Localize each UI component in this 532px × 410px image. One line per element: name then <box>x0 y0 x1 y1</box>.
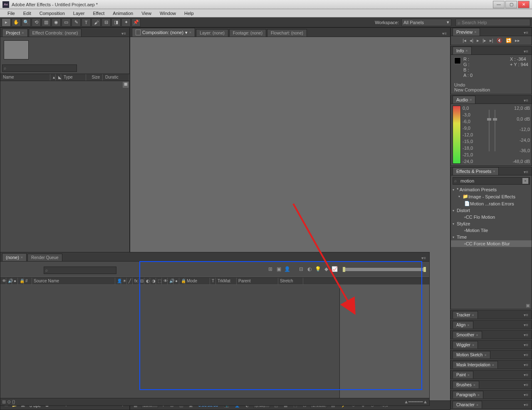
col-source-name[interactable]: Source Name <box>32 278 115 284</box>
tree-animation-presets[interactable]: ▾* Animation Presets <box>451 186 532 193</box>
panel-menu-icon[interactable]: ▾≡ <box>522 382 530 388</box>
loop-icon[interactable]: 🔁 <box>506 38 512 43</box>
pen-tool[interactable]: ✎ <box>72 18 81 27</box>
panel-menu-icon[interactable]: ▾≡ <box>120 30 128 37</box>
close-icon[interactable]: × <box>474 30 476 34</box>
close-icon[interactable]: × <box>22 31 24 35</box>
tag-icon[interactable]: ◣ <box>56 74 61 81</box>
menu-window[interactable]: Window <box>156 10 180 17</box>
col-solo-icon[interactable]: ● <box>12 278 18 284</box>
prev-frame-icon[interactable]: ◂| <box>470 38 473 43</box>
first-frame-icon[interactable]: |◂ <box>463 38 466 43</box>
panel-menu-icon[interactable]: ▾≡ <box>522 372 530 378</box>
tree-motion-registration-errors[interactable]: 📄 Motion ...ration Errors <box>451 200 532 207</box>
panel-menu-icon[interactable]: ▾≡ <box>522 352 530 358</box>
selection-tool[interactable]: ▸ <box>2 18 11 27</box>
timeline-track-area[interactable] <box>339 285 429 398</box>
preview-tab[interactable]: Preview × <box>453 28 480 36</box>
tree-stylize[interactable]: ▾Stylize <box>451 220 532 227</box>
mute-icon[interactable]: 🔇 <box>497 38 502 43</box>
eraser-tool[interactable]: ◨ <box>111 18 121 27</box>
timeline-body[interactable] <box>0 285 429 398</box>
collapsed-panel-align[interactable]: Align×▾≡ <box>450 320 532 329</box>
close-icon[interactable]: × <box>465 49 468 53</box>
col-audio2-icon[interactable]: 🔊 <box>168 278 173 284</box>
close-icon[interactable]: × <box>473 383 475 387</box>
menu-layer[interactable]: Layer <box>69 10 89 17</box>
audio-slider-right[interactable] <box>495 110 495 151</box>
tree-time[interactable]: ▾Time <box>451 234 532 240</box>
close-icon[interactable]: × <box>484 353 486 357</box>
close-icon[interactable]: × <box>476 333 478 337</box>
tree-distort[interactable]: ▾Distort <box>451 207 532 214</box>
col-solo2-icon[interactable]: ● <box>173 278 179 284</box>
col-collapse-icon[interactable]: ☀ <box>121 278 127 284</box>
col-size[interactable]: Size <box>86 74 103 81</box>
panel-tab[interactable]: Wiggler× <box>453 341 478 348</box>
close-icon[interactable]: × <box>472 313 474 317</box>
panel-tab[interactable]: Mask Interpolation× <box>453 361 498 368</box>
hide-shy-icon[interactable]: 👤 <box>284 266 290 273</box>
menu-view[interactable]: View <box>137 10 156 17</box>
close-icon[interactable]: × <box>189 30 191 35</box>
close-icon[interactable]: × <box>21 255 23 259</box>
work-area-end[interactable] <box>423 267 426 272</box>
close-icon[interactable]: × <box>470 98 472 102</box>
ram-preview-icon[interactable]: ▸▸ <box>515 38 520 43</box>
timeline-tab-none[interactable]: (none) × <box>2 253 27 261</box>
camera-tool[interactable]: ▥ <box>42 18 51 27</box>
col-lock-icon[interactable]: 🔒 <box>18 278 24 284</box>
panel-tab[interactable]: Motion Sketch× <box>453 351 490 358</box>
col-name[interactable]: Name <box>0 74 50 81</box>
close-button[interactable]: ✕ <box>518 1 530 8</box>
timeline-ruler[interactable] <box>343 268 426 271</box>
col-motion-blur-icon[interactable]: ◐ <box>144 278 150 284</box>
sort-icon[interactable]: ▴ <box>50 74 56 81</box>
brainstorm-icon[interactable]: 💡 <box>314 266 321 273</box>
tree-motion-tile[interactable]: ▫ Motion Tile <box>451 227 532 234</box>
audio-slider-left[interactable] <box>489 110 490 151</box>
play-icon[interactable]: ▸ <box>477 38 479 43</box>
frame-blend-icon[interactable]: ⊟ <box>298 266 304 273</box>
last-frame-icon[interactable]: ▸| <box>490 38 493 43</box>
panel-tab[interactable]: Character× <box>453 401 482 408</box>
collapsed-panel-paragraph[interactable]: Paragraph×▾≡ <box>450 390 532 399</box>
project-tab[interactable]: Project × <box>2 29 28 37</box>
toggle-switches-icon[interactable]: ⊞ ⊙ {} <box>2 399 15 405</box>
col-parent[interactable]: Parent <box>237 278 278 284</box>
panel-menu-icon[interactable]: ▾≡ <box>522 30 530 36</box>
rotate-tool[interactable]: ⟲ <box>32 18 41 27</box>
panel-tab[interactable]: Brushes× <box>453 381 479 388</box>
collapsed-panel-wiggler[interactable]: Wiggler×▾≡ <box>450 340 532 349</box>
close-icon[interactable]: × <box>478 393 480 397</box>
panel-tab[interactable]: Paragraph× <box>453 391 483 398</box>
collapsed-panel-mask-interpolation[interactable]: Mask Interpolation×▾≡ <box>450 360 532 369</box>
graph-editor-icon[interactable]: 📈 <box>331 266 338 273</box>
panel-tab[interactable]: Tracker× <box>453 311 478 319</box>
tree-image-special-effects[interactable]: ▾📁 Image - Special Effects <box>451 193 532 200</box>
collapsed-panel-tracker[interactable]: Tracker×▾≡ <box>450 310 532 319</box>
type-tool[interactable]: T <box>82 18 91 27</box>
close-icon[interactable]: × <box>492 363 494 367</box>
effect-controls-tab[interactable]: Effect Controls: (none) <box>29 29 82 37</box>
collapsed-panel-smoother[interactable]: Smoother×▾≡ <box>450 330 532 339</box>
tree-cc-force-motion-blur[interactable]: ▫ CC Force Motion Blur <box>451 240 532 247</box>
zoom-slider[interactable]: ▲━━━━━▲ <box>404 399 428 405</box>
panel-menu-icon[interactable]: ▾≡ <box>522 392 530 398</box>
col-lock2-icon[interactable]: 🔒 <box>179 278 185 284</box>
panel-menu-icon[interactable]: ▾≡ <box>522 169 530 175</box>
effects-presets-tab[interactable]: Effects & Presets × <box>453 167 499 175</box>
motion-blur-icon[interactable]: ◐ <box>306 266 313 273</box>
composition-tab[interactable]: Composition: (none) ▾ × <box>132 28 195 37</box>
close-icon[interactable]: × <box>493 169 495 173</box>
next-frame-icon[interactable]: |▸ <box>483 38 486 43</box>
effects-search-input[interactable] <box>453 177 530 185</box>
brush-tool[interactable]: 🖌 <box>92 18 101 27</box>
menu-composition[interactable]: Composition <box>35 10 69 17</box>
auto-keyframe-icon[interactable]: ◆ <box>323 266 329 273</box>
menu-edit[interactable]: Edit <box>19 10 35 17</box>
col-fx-icon[interactable]: fx <box>133 278 139 284</box>
info-tab[interactable]: Info × <box>453 47 472 54</box>
render-queue-tab[interactable]: Render Queue <box>27 254 62 261</box>
col-quality-icon[interactable]: ╱ <box>127 278 133 284</box>
